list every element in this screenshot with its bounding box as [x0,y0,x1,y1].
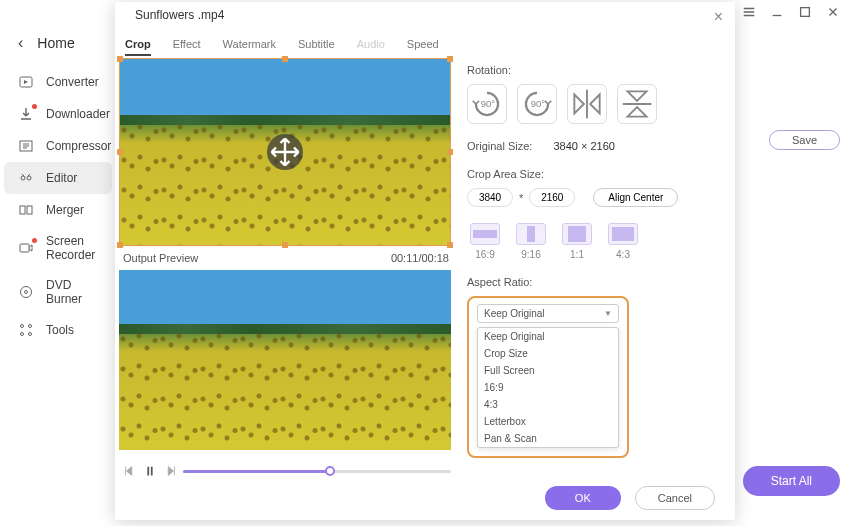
minimize-icon[interactable] [770,5,784,19]
flip-horizontal-button[interactable] [567,84,607,124]
sidebar-item-converter[interactable]: Converter [0,66,116,98]
sidebar-item-label: Tools [46,323,74,337]
sidebar-item-merger[interactable]: Merger [0,194,116,226]
sidebar-item-downloader[interactable]: Downloader [0,98,116,130]
sidebar-item-label: Editor [46,171,77,185]
crop-height-input[interactable] [529,188,575,207]
output-preview [119,270,451,450]
dialog-title: Sunflowers .mp4 [135,8,224,22]
sidebar-item-label: Downloader [46,107,110,121]
aspect-option[interactable]: Full Screen [478,362,618,379]
sidebar-item-tools[interactable]: Tools [0,314,116,346]
crop-area-label: Crop Area Size: [467,168,723,180]
close-icon[interactable]: × [714,8,723,26]
sidebar-item-label: Screen Recorder [46,234,106,262]
next-frame-icon[interactable] [163,464,177,478]
sidebar-item-label: Merger [46,203,84,217]
flip-vertical-button[interactable] [617,84,657,124]
editor-dialog: Sunflowers .mp4 × Crop Effect Watermark … [115,2,735,520]
crop-handle[interactable] [447,149,453,155]
rotate-left-button[interactable]: 90° [467,84,507,124]
tab-crop[interactable]: Crop [125,38,151,56]
svg-point-10 [21,325,24,328]
crop-handle[interactable] [447,56,453,62]
align-center-button[interactable]: Align Center [593,188,678,207]
converter-icon [18,74,34,90]
ok-button[interactable]: OK [545,486,621,510]
playback-slider[interactable] [183,470,451,473]
prev-frame-icon[interactable] [123,464,137,478]
hamburger-icon[interactable] [742,5,756,19]
svg-point-12 [21,333,24,336]
sidebar-item-editor[interactable]: Editor [4,162,112,194]
crop-panel: Rotation: 90° 90° Original Size: 3840 × … [467,64,723,458]
tab-subtitle[interactable]: Subtitle [298,38,335,56]
crop-handle[interactable] [282,242,288,248]
tab-effect[interactable]: Effect [173,38,201,56]
editor-tabs: Crop Effect Watermark Subtitle Audio Spe… [125,38,439,56]
svg-text:90°: 90° [531,98,546,109]
ratio-9-16[interactable]: 9:16 [513,223,549,260]
start-all-button[interactable]: Start All [743,466,840,496]
aspect-option[interactable]: Letterbox [478,413,618,430]
close-window-icon[interactable] [826,5,840,19]
sidebar-item-dvd-burner[interactable]: DVD Burner [0,270,116,314]
svg-point-13 [29,333,32,336]
maximize-icon[interactable] [798,5,812,19]
aspect-option[interactable]: Crop Size [478,345,618,362]
multiply-symbol: * [519,192,523,204]
ratio-4-3[interactable]: 4:3 [605,223,641,260]
original-size-value: 3840 × 2160 [553,140,614,152]
recorder-icon [18,240,34,256]
tools-icon [18,322,34,338]
aspect-option[interactable]: 4:3 [478,396,618,413]
svg-point-9 [25,291,28,294]
aspect-ratio-select[interactable]: Keep Original ▼ [477,304,619,323]
svg-point-4 [27,176,31,180]
sidebar-item-compressor[interactable]: Compressor [0,130,116,162]
crop-handle[interactable] [282,56,288,62]
svg-point-3 [21,176,25,180]
aspect-ratio-highlight: Keep Original ▼ Keep Original Crop Size … [467,296,629,458]
ratio-1-1[interactable]: 1:1 [559,223,595,260]
sidebar-item-label: Compressor [46,139,111,153]
svg-text:90°: 90° [481,98,496,109]
ratio-16-9[interactable]: 16:9 [467,223,503,260]
tab-watermark[interactable]: Watermark [223,38,276,56]
aspect-ratio-dropdown: Keep Original Crop Size Full Screen 16:9… [477,327,619,448]
back-icon[interactable]: ‹ [18,34,23,52]
pause-icon[interactable] [143,464,157,478]
downloader-icon [18,106,34,122]
sidebar: ‹ Home Converter Downloader Compressor E… [0,28,116,346]
chevron-down-icon: ▼ [604,309,612,318]
crop-handle[interactable] [117,149,123,155]
aspect-option[interactable]: 16:9 [478,379,618,396]
aspect-option[interactable]: Keep Original [478,328,618,345]
crop-handle[interactable] [117,242,123,248]
dvd-icon [18,284,34,300]
crop-handle[interactable] [117,56,123,62]
home-label: Home [37,35,74,51]
tab-audio: Audio [357,38,385,56]
aspect-option[interactable]: Pan & Scan [478,430,618,447]
move-icon[interactable] [267,134,303,170]
crop-width-input[interactable] [467,188,513,207]
save-button[interactable]: Save [769,130,840,150]
cancel-button[interactable]: Cancel [635,486,715,510]
compressor-icon [18,138,34,154]
home-nav[interactable]: ‹ Home [0,28,116,66]
output-preview-label: Output Preview [123,252,198,264]
sidebar-item-screen-recorder[interactable]: Screen Recorder [0,226,116,270]
sidebar-item-label: DVD Burner [46,278,106,306]
crop-preview[interactable] [119,58,451,246]
player-controls [123,464,451,478]
dialog-buttons: OK Cancel [545,486,715,510]
tab-speed[interactable]: Speed [407,38,439,56]
original-size-label: Original Size: [467,140,532,152]
merger-icon [18,202,34,218]
svg-rect-6 [27,206,32,214]
rotate-right-button[interactable]: 90° [517,84,557,124]
crop-handle[interactable] [447,242,453,248]
aspect-ratio-label: Aspect Ratio: [467,276,723,288]
playback-time: 00:11/00:18 [391,252,449,264]
